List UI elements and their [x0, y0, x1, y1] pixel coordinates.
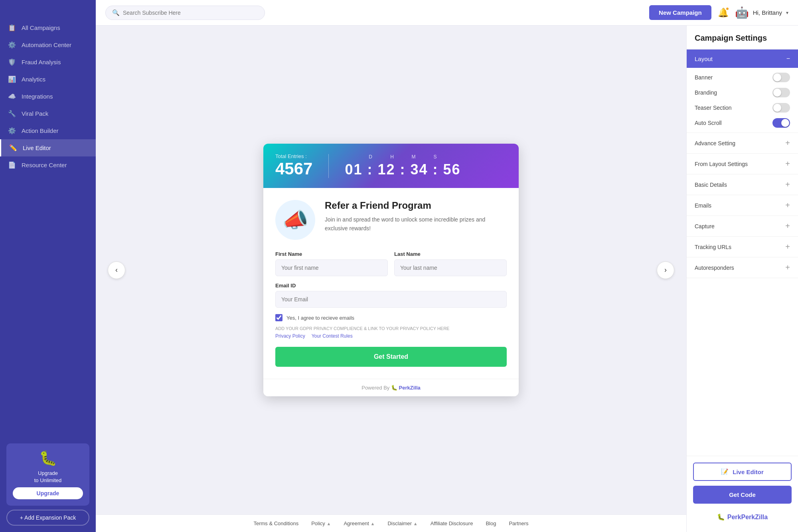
topbar: 🔍 New Campaign 🔔 🤖 Hi, Brittany ▾ [96, 0, 798, 26]
tracking-urls-row[interactable]: Tracking URLs + [687, 237, 798, 257]
action-builder-icon: ⚙️ [8, 127, 16, 134]
footer-agreement[interactable]: Agreement ▲ [344, 520, 375, 526]
megaphone-icon: 📣 [275, 200, 315, 240]
powered-by: Powered By 🐛 PerkZilla [263, 379, 519, 396]
user-name: Hi, Brittany [753, 9, 782, 16]
teaser-toggle[interactable] [772, 103, 790, 113]
panel-footer-logo: 🐛 PerkPerkZilla [693, 508, 792, 526]
footer-terms[interactable]: Terms & Conditions [253, 520, 298, 526]
user-info[interactable]: 🤖 Hi, Brittany ▾ [735, 6, 788, 19]
capture-label: Capture [695, 223, 715, 229]
from-layout-row[interactable]: From Layout Settings + [687, 154, 798, 174]
footer-affiliate[interactable]: Affiliate Disclosure [431, 520, 473, 526]
campaign-header: Total Entries : 4567 D H M S 01 : 12 : [263, 144, 519, 188]
next-arrow[interactable]: › [657, 261, 674, 279]
layout-collapse-icon: − [786, 55, 790, 62]
policy-arrow: ▲ [326, 521, 331, 526]
branding-label: Branding [695, 89, 717, 96]
footer-partners[interactable]: Partners [509, 520, 528, 526]
footer-blog[interactable]: Blog [486, 520, 496, 526]
footer-bar: Terms & Conditions Policy ▲ Agreement ▲ … [96, 514, 686, 532]
sidebar-logo [0, 0, 96, 16]
banner-toggle-knob [773, 73, 781, 81]
auto-scroll-toggle-knob [781, 119, 789, 127]
layout-content: Banner Branding Teaser Section [687, 68, 798, 133]
sidebar-item-integrations[interactable]: ☁️ Integrations [0, 88, 96, 105]
sidebar: 📋 All Campaigns ⚙️ Automation Center 🛡️ … [0, 0, 96, 532]
sidebar-item-all-campaigns[interactable]: 📋 All Campaigns [0, 19, 96, 36]
contest-rules-link[interactable]: Your Contest Rules [312, 333, 353, 339]
sidebar-item-live-editor[interactable]: ✏️ Live Editor [0, 139, 96, 156]
campaign-title: Refer a Friend Program [325, 200, 507, 211]
layout-label: Layout [695, 55, 713, 62]
analytics-icon: 📊 [8, 75, 16, 83]
capture-row[interactable]: Capture + [687, 216, 798, 237]
advance-setting-row[interactable]: Advance Setting + [687, 133, 798, 154]
upgrade-button[interactable]: Upgrade [13, 487, 83, 499]
right-panel: Campaign Settings Layout − Banner Brandi [686, 26, 798, 532]
sidebar-item-resource-center[interactable]: 📄 Resource Center [0, 156, 96, 174]
layout-section: Layout − Banner Branding [687, 49, 798, 133]
emails-row[interactable]: Emails + [687, 195, 798, 216]
new-campaign-button[interactable]: New Campaign [649, 5, 711, 20]
sidebar-item-automation-center[interactable]: ⚙️ Automation Center [0, 36, 96, 53]
get-started-button[interactable]: Get Started [275, 347, 507, 367]
autoresponders-row[interactable]: Autoresponders + [687, 257, 798, 278]
branding-toggle[interactable] [772, 88, 790, 97]
banner-label: Banner [695, 74, 713, 81]
basic-details-row[interactable]: Basic Details + [687, 174, 798, 195]
privacy-policy-link[interactable]: Privacy Policy [275, 333, 305, 339]
chevron-down-icon: ▾ [786, 10, 788, 16]
prev-arrow[interactable]: ‹ [108, 261, 125, 279]
main-content: 🔍 New Campaign 🔔 🤖 Hi, Brittany ▾ ‹ [96, 0, 798, 532]
layout-header[interactable]: Layout − [687, 49, 798, 68]
footer-disclaimer[interactable]: Disclaimer ▲ [387, 520, 417, 526]
sidebar-item-action-builder[interactable]: ⚙️ Action Builder [0, 122, 96, 139]
upgrade-card: 🐛 Upgradeto Unlimited Upgrade [6, 443, 89, 506]
notification-bell[interactable]: 🔔 [718, 8, 729, 18]
last-name-input[interactable] [394, 259, 507, 276]
auto-scroll-toggle[interactable] [772, 118, 790, 128]
perkzilla-logo-icon: 🐛 [717, 513, 725, 521]
perkzilla-logo-text: PerkPerkZilla [727, 514, 768, 521]
automation-icon: ⚙️ [8, 41, 16, 49]
agree-checkbox[interactable] [275, 314, 282, 321]
teaser-toggle-knob [773, 104, 781, 112]
auto-scroll-label: Auto Scroll [695, 120, 722, 126]
email-input[interactable] [275, 291, 507, 308]
emails-expand-icon: + [785, 201, 790, 210]
add-expansion-button[interactable]: + Add Expansion Pack [6, 510, 89, 526]
tracking-urls-expand-icon: + [785, 242, 790, 251]
banner-toggle[interactable] [772, 73, 790, 82]
get-code-button[interactable]: Get Code [693, 486, 792, 504]
footer-policy[interactable]: Policy ▲ [311, 520, 331, 526]
agreement-arrow: ▲ [371, 521, 375, 526]
sidebar-item-analytics[interactable]: 📊 Analytics [0, 71, 96, 88]
topbar-right: New Campaign 🔔 🤖 Hi, Brittany ▾ [649, 5, 788, 20]
auto-scroll-toggle-row: Auto Scroll [695, 118, 790, 128]
advance-setting-label: Advance Setting [695, 140, 735, 146]
hours-label: H [386, 154, 398, 160]
sidebar-item-viral-pack[interactable]: 🔧 Viral Pack [0, 105, 96, 122]
first-name-input[interactable] [275, 259, 388, 276]
teaser-toggle-row: Teaser Section [695, 103, 790, 113]
search-box[interactable]: 🔍 [105, 6, 265, 20]
branding-toggle-knob [773, 89, 781, 97]
perkzilla-brand: 🐛 PerkZilla [391, 385, 421, 391]
first-name-label: First Name [275, 251, 388, 257]
countdown: D H M S 01 : 12 : 34 : 56 [345, 154, 460, 178]
sidebar-item-fraud-analysis[interactable]: 🛡️ Fraud Analysis [0, 53, 96, 71]
preview-container: ‹ Total Entries : 4567 D H [96, 26, 686, 514]
checkbox-row: Yes, I agree to recieve emails [275, 314, 507, 321]
disclaimer-arrow: ▲ [413, 521, 418, 526]
countdown-divider [328, 154, 329, 178]
banner-toggle-row: Banner [695, 73, 790, 82]
seconds-label: S [429, 154, 441, 160]
live-editor-button[interactable]: 📝 Live Editor [693, 463, 792, 481]
gdpr-links: Privacy Policy Your Contest Rules [275, 333, 507, 339]
viral-pack-icon: 🔧 [8, 110, 16, 117]
checkbox-label: Yes, I agree to recieve emails [286, 315, 354, 321]
search-input[interactable] [123, 10, 258, 16]
live-editor-icon: ✏️ [9, 144, 17, 152]
autoresponders-expand-icon: + [785, 263, 790, 272]
